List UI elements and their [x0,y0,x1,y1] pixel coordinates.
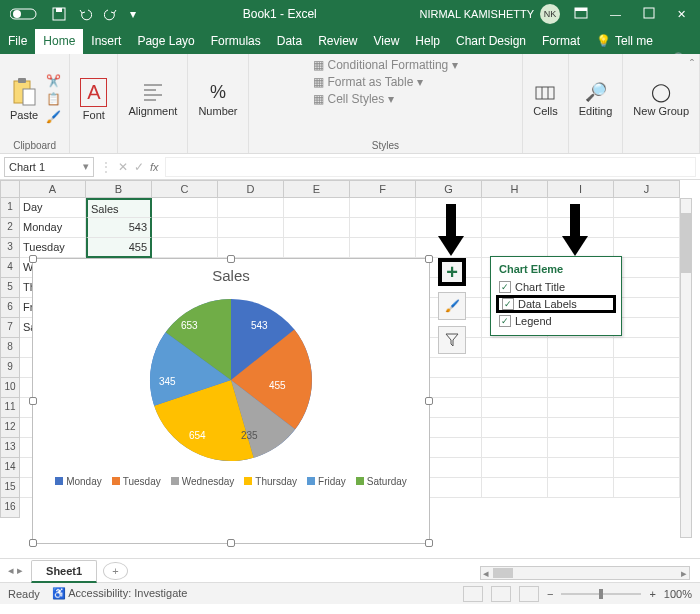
editing-button[interactable]: 🔎Editing [577,79,615,119]
row-header[interactable]: 5 [0,278,20,298]
col-header[interactable]: I [548,180,614,198]
col-header[interactable]: A [20,180,86,198]
undo-icon[interactable] [74,5,96,23]
row-header[interactable]: 14 [0,458,20,478]
cell-styles-button[interactable]: ▦ Cell Styles ▾ [313,92,393,106]
tab-pagelayout[interactable]: Page Layo [129,29,202,54]
new-sheet-button[interactable]: + [103,562,127,580]
conditional-formatting-button[interactable]: ▦ Conditional Formatting ▾ [313,58,457,72]
col-header[interactable]: F [350,180,416,198]
zoom-in-button[interactable]: + [649,588,655,600]
ce-legend[interactable]: ✓Legend [499,313,613,329]
cell[interactable]: Sales [86,198,152,218]
row-header[interactable]: 15 [0,478,20,498]
group-font: AFont [70,54,118,153]
page-layout-view-button[interactable] [491,586,511,602]
tab-tellme[interactable]: 💡Tell me [588,29,661,54]
page-break-view-button[interactable] [519,586,539,602]
zoom-out-button[interactable]: − [547,588,553,600]
normal-view-button[interactable] [463,586,483,602]
checkbox-icon: ✓ [502,298,514,310]
select-all-button[interactable] [0,180,20,198]
col-header[interactable]: B [86,180,152,198]
row-header[interactable]: 12 [0,418,20,438]
tab-format[interactable]: Format [534,29,588,54]
chart-title[interactable]: Sales [33,267,429,284]
tab-data[interactable]: Data [269,29,310,54]
ce-chart-title[interactable]: ✓Chart Title [499,279,613,295]
alignment-button[interactable]: Alignment [126,79,179,119]
funnel-icon [444,332,460,348]
collapse-ribbon-icon[interactable]: ˆ [690,58,694,72]
new-group-button[interactable]: ◯New Group [631,79,691,119]
paste-button[interactable]: Paste [8,75,40,123]
number-button[interactable]: %Number [196,80,239,119]
col-header[interactable]: D [218,180,284,198]
save-icon[interactable] [48,5,70,23]
autosave-toggle[interactable] [6,5,44,23]
tab-chartdesign[interactable]: Chart Design [448,29,534,54]
zoom-level[interactable]: 100% [664,588,692,600]
row-header[interactable]: 8 [0,338,20,358]
copy-icon[interactable]: 📋 [46,92,61,106]
sheet-nav[interactable]: ◂ ▸ [8,564,23,577]
chart-filters-button[interactable] [438,326,466,354]
tab-home[interactable]: Home [35,29,83,54]
chart-elements-button[interactable]: + [438,258,466,286]
row-header[interactable]: 6 [0,298,20,318]
ribbon: Paste ✂️ 📋 🖌️ Clipboard AFont Alignment … [0,54,700,154]
cell[interactable]: Day [20,198,86,218]
search-icon: 🔎 [585,81,607,103]
row-header[interactable]: 16 [0,498,20,518]
tab-file[interactable]: File [0,29,35,54]
fx-icon[interactable]: fx [150,161,159,173]
row-header[interactable]: 1 [0,198,20,218]
qat-more-icon[interactable]: ▾ [126,5,140,23]
user-avatar[interactable]: NK [540,4,560,24]
row-header[interactable]: 13 [0,438,20,458]
horizontal-scrollbar[interactable]: ◂▸ [480,566,690,580]
col-header[interactable]: E [284,180,350,198]
col-header[interactable]: J [614,180,680,198]
legend-item: Saturday [356,476,407,487]
minimize-button[interactable]: — [602,4,629,24]
row-header[interactable]: 4 [0,258,20,278]
format-painter-icon[interactable]: 🖌️ [46,110,61,124]
font-button[interactable]: AFont [78,76,109,123]
enter-icon[interactable]: ✓ [134,160,144,174]
redo-icon[interactable] [100,5,122,23]
cancel-icon[interactable]: ✕ [118,160,128,174]
paste-label: Paste [10,109,38,121]
chart-styles-button[interactable]: 🖌️ [438,292,466,320]
cells-button[interactable]: Cells [531,79,559,119]
zoom-slider[interactable] [561,593,641,595]
sheet-tab[interactable]: Sheet1 [31,560,97,583]
name-box[interactable]: Chart 1▾ [4,157,94,177]
row-header[interactable]: 3 [0,238,20,258]
tab-view[interactable]: View [366,29,408,54]
chart-object[interactable]: Sales 543 455 235 654 345 653 Monday Tue… [32,258,430,544]
tab-review[interactable]: Review [310,29,365,54]
maximize-button[interactable] [635,3,663,25]
vertical-scrollbar[interactable] [680,198,692,538]
formula-input[interactable] [165,157,696,177]
percent-icon: % [210,82,226,103]
accessibility-status[interactable]: ♿ Accessibility: Investigate [52,587,188,600]
col-header[interactable]: G [416,180,482,198]
tab-insert[interactable]: Insert [83,29,129,54]
col-header[interactable]: C [152,180,218,198]
row-header[interactable]: 9 [0,358,20,378]
row-header[interactable]: 10 [0,378,20,398]
ce-data-labels[interactable]: ✓Data Labels [496,295,616,313]
tab-help[interactable]: Help [407,29,448,54]
number-label: Number [198,105,237,117]
tab-formulas[interactable]: Formulas [203,29,269,54]
row-header[interactable]: 11 [0,398,20,418]
ribbon-options-icon[interactable] [566,3,596,25]
close-button[interactable]: ✕ [669,4,694,25]
col-header[interactable]: H [482,180,548,198]
row-header[interactable]: 2 [0,218,20,238]
format-as-table-button[interactable]: ▦ Format as Table ▾ [313,75,423,89]
cut-icon[interactable]: ✂️ [46,74,61,88]
row-header[interactable]: 7 [0,318,20,338]
